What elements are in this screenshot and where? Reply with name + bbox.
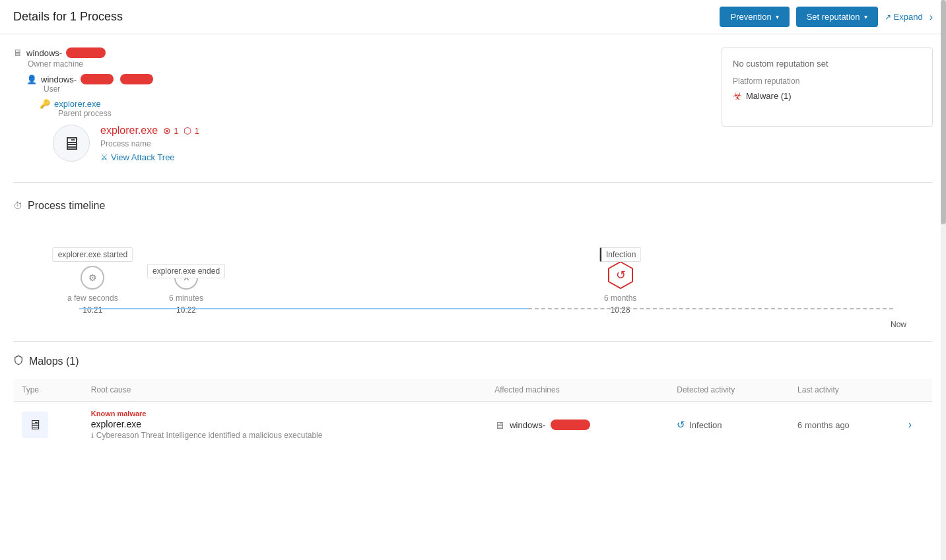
scrollbar-thumb[interactable] [941, 0, 946, 224]
redacted-user-1 [81, 74, 114, 84]
clock-icon: ⏱ [13, 201, 22, 211]
timeline-node-start: explorer.exe started ⚙ a few seconds 10:… [67, 266, 118, 315]
malops-table-head: Type Root cause Affected machines Detect… [14, 379, 933, 402]
malware-icon: ☣ [733, 90, 742, 102]
machine-name: windows- [26, 48, 62, 58]
prevention-button[interactable]: Prevention ▾ [720, 7, 789, 27]
reputation-panel: No custom reputation set Platform reputa… [722, 47, 933, 127]
malops-table-body: 🖥 Known malware explorer.exe ℹ Cybereaso… [14, 402, 933, 449]
monitor-icon: 🖥 [13, 47, 22, 58]
duration2: 6 minutes [169, 294, 203, 303]
timeline-now-label: Now [891, 320, 906, 329]
alert-hex: ⬡ 1 [184, 125, 199, 136]
malops-table: Type Root cause Affected machines Detect… [13, 378, 933, 449]
alert-circle-icon: ⊗ [163, 125, 171, 136]
gear-icon: ⚙ [88, 272, 97, 283]
platform-rep-label: Platform reputation [733, 77, 922, 86]
time3: 10:28 [611, 305, 630, 315]
root-cause-desc-text: Cybereason Threat Intelligence identifie… [96, 431, 323, 440]
timeline-title: Process timeline [28, 200, 105, 212]
machine-monitor-icon: 🖥 [494, 420, 504, 431]
set-reputation-label: Set reputation [807, 12, 860, 22]
root-cause-exe: explorer.exe [91, 419, 479, 429]
process-sub-label: Process name [100, 139, 199, 148]
timeline-wrapper: explorer.exe started ⚙ a few seconds 10:… [13, 222, 933, 341]
hex-count-value: 1 [194, 126, 199, 136]
view-attack-label: View Attack Tree [111, 152, 175, 162]
section-divider-2 [13, 341, 933, 342]
machine-label: Owner machine [28, 59, 708, 69]
type-icon-cell: 🖥 [22, 412, 48, 438]
expand-icon: ↗ [885, 13, 891, 22]
tree-parent-process-row: 🔑 explorer.exe [40, 99, 708, 109]
process-icon: 🖥 [62, 133, 81, 154]
tree-user-item: 👤 windows- User [26, 74, 708, 94]
col-root-cause: Root cause [83, 379, 487, 402]
duration1: a few seconds [67, 294, 118, 303]
tree-parent-process-item: 🔑 explorer.exe Parent process [40, 99, 708, 118]
root-cause-desc: ℹ Cybereason Threat Intelligence identif… [91, 431, 479, 440]
malware-type-icon: 🖥 [28, 418, 42, 433]
infection-cell: ↺ Infection [677, 419, 782, 431]
col-type: Type [14, 379, 83, 402]
chevron-down-icon-2: ▾ [864, 13, 867, 20]
process-name-line: explorer.exe ⊗ 1 ⬡ 1 [100, 125, 199, 137]
no-custom-rep: No custom reputation set [733, 59, 922, 69]
malops-section: Malops (1) Type Root cause Affected mach… [13, 355, 933, 449]
last-activity-value: 6 months ago [797, 420, 850, 430]
machine-name-row: windows- [510, 420, 545, 430]
malware-rep: ☣ Malware (1) [733, 90, 922, 102]
row-arrow-cell[interactable]: › [900, 402, 933, 449]
attack-tree-icon: ⚔ [100, 152, 108, 162]
timeline-node-infection: Infection ↺ 6 months 10:28 [604, 261, 636, 315]
info-icon: ℹ [91, 431, 94, 440]
infection-icon: ↺ [677, 419, 685, 431]
user-name: windows- [41, 75, 77, 84]
affected-machines-cell: 🖥 windows- [487, 402, 669, 449]
main-content: 🖥 windows- Owner machine 👤 windows- User [0, 34, 946, 462]
chevron-down-icon: ▾ [776, 13, 779, 20]
infection-label: Infection [689, 420, 722, 430]
page-title: Details for 1 Process [13, 10, 123, 24]
machine-cell: 🖥 windows- [494, 420, 661, 431]
malops-title: Malops (1) [29, 356, 79, 367]
prevention-label: Prevention [730, 12, 771, 22]
right-arrow-icon[interactable]: › [929, 11, 933, 23]
redacted-machine-1 [66, 47, 106, 58]
time1: 10:21 [83, 305, 102, 315]
timeline-node-circle-start[interactable]: ⚙ [81, 266, 104, 290]
event3-label: Infection [599, 247, 641, 262]
col-arrow [900, 379, 933, 402]
malops-header: Malops (1) [13, 355, 933, 367]
user-label: User [44, 84, 708, 94]
timeline-section-header: ⏱ Process timeline [13, 193, 933, 212]
infection-hexagon-icon[interactable]: ↺ [607, 261, 634, 290]
process-card: 🖥 explorer.exe ⊗ 1 ⬡ 1 Proces [53, 125, 708, 162]
event2-label: explorer.exe ended [147, 264, 225, 278]
shield-icon [13, 355, 24, 367]
svg-text:↺: ↺ [615, 268, 625, 282]
col-affected-machines: Affected machines [487, 379, 669, 402]
expand-button[interactable]: ↗ Expand [885, 12, 923, 22]
top-bar: Details for 1 Process Prevention ▾ Set r… [0, 0, 946, 34]
top-actions: Prevention ▾ Set reputation ▾ ↗ Expand › [720, 7, 933, 27]
malware-type-label: Known malware [91, 410, 479, 418]
table-row[interactable]: 🖥 Known malware explorer.exe ℹ Cybereaso… [14, 402, 933, 449]
view-attack-link[interactable]: ⚔ View Attack Tree [100, 152, 199, 162]
tree-section: 🖥 windows- Owner machine 👤 windows- User [13, 47, 933, 162]
col-last-activity: Last activity [790, 379, 900, 402]
timeline-node-end: explorer.exe ended ✕ 6 minutes 10:22 [169, 266, 203, 315]
time2: 10:22 [176, 305, 196, 315]
tree-user-row: 👤 windows- [26, 74, 708, 84]
row-arrow-icon[interactable]: › [908, 419, 912, 430]
parent-process-label: Parent process [58, 109, 708, 118]
tree-machine-row: 🖥 windows- [13, 47, 708, 58]
process-exe-name: explorer.exe [100, 125, 158, 137]
tree-machine-item: 🖥 windows- Owner machine [13, 47, 708, 69]
parent-process-name: explorer.exe [54, 99, 101, 109]
root-cause-cell: Known malware explorer.exe ℹ Cybereason … [83, 402, 487, 449]
scrollbar[interactable] [941, 0, 946, 462]
timeline-line-solid [79, 308, 528, 309]
key-icon: 🔑 [40, 99, 50, 109]
set-reputation-button[interactable]: Set reputation ▾ [796, 7, 878, 27]
